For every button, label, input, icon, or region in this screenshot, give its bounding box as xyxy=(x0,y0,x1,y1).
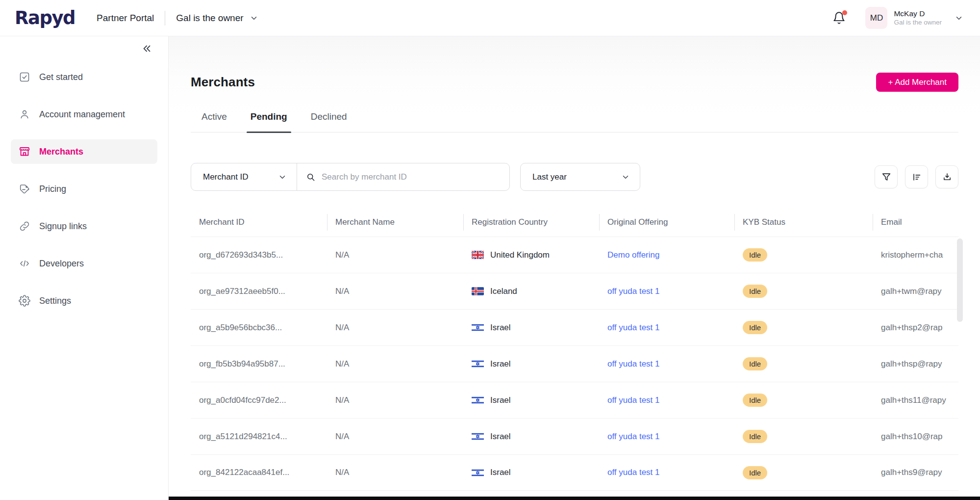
owner-selector[interactable]: Gal is the owner xyxy=(176,13,258,24)
sidebar-item-settings[interactable]: Settings xyxy=(11,289,157,313)
cell-merchant-name: N/A xyxy=(327,359,463,369)
user-menu-chevron-icon[interactable] xyxy=(955,14,963,23)
rapyd-logo: Rapyd xyxy=(15,7,75,28)
user-icon xyxy=(19,108,30,120)
offering-link[interactable]: off yuda test 1 xyxy=(607,359,659,368)
sidebar-item-account-management[interactable]: Account management xyxy=(11,102,157,127)
flag-il-icon xyxy=(472,469,484,477)
cell-original-offering: off yuda test 1 xyxy=(599,323,734,333)
sidebar-item-developers[interactable]: Developers xyxy=(11,251,157,276)
tabs: Active Pending Declined xyxy=(191,111,958,132)
table-row[interactable]: org_ae97312aeeb5f0... N/A Iceland off yu… xyxy=(191,273,958,309)
offering-link[interactable]: off yuda test 1 xyxy=(607,432,659,441)
download-button[interactable] xyxy=(935,165,958,188)
column-header-merchant-name: Merchant Name xyxy=(327,217,463,227)
chevron-down-icon xyxy=(278,173,287,182)
table-header: Merchant ID Merchant Name Registration C… xyxy=(191,208,958,237)
cell-email: galh+thsp@rapy xyxy=(873,359,958,369)
kyb-status-badge: Idle xyxy=(743,321,767,334)
date-range-label: Last year xyxy=(532,172,567,182)
cell-merchant-name: N/A xyxy=(327,287,463,296)
tab-active[interactable]: Active xyxy=(201,111,228,132)
date-range-select[interactable]: Last year xyxy=(520,163,640,191)
cell-registration-country: Israel xyxy=(463,323,599,333)
search-input[interactable] xyxy=(322,172,501,182)
gear-icon xyxy=(19,295,30,307)
cell-merchant-name: N/A xyxy=(327,468,463,477)
table-row[interactable]: org_a5121d294821c4... N/A Israel off yud… xyxy=(191,418,958,454)
cell-merchant-id: org_ae97312aeeb5f0... xyxy=(191,287,327,296)
cell-email: galh+twm@rapy xyxy=(873,287,958,296)
cell-email: galh+ths10@rap xyxy=(873,432,958,442)
link-icon xyxy=(19,220,30,232)
user-name: McKay D xyxy=(894,9,942,18)
cell-original-offering: off yuda test 1 xyxy=(599,359,734,369)
tab-declined[interactable]: Declined xyxy=(310,111,348,132)
vertical-scrollbar-thumb[interactable] xyxy=(957,238,963,322)
offering-link[interactable]: off yuda test 1 xyxy=(607,468,659,477)
sidebar: Get started Account management Merchants… xyxy=(0,36,169,500)
funnel-icon xyxy=(881,172,892,183)
column-header-email: Email xyxy=(873,217,958,227)
avatar[interactable]: MD xyxy=(865,7,887,29)
search-category-select[interactable]: Merchant ID xyxy=(191,163,297,190)
cell-kyb-status: Idle xyxy=(734,466,873,479)
sidebar-item-label: Developers xyxy=(39,259,84,269)
main-content: Merchants + Add Merchant Active Pending … xyxy=(169,36,980,500)
cell-registration-country: Israel xyxy=(463,359,599,369)
tag-icon xyxy=(19,183,30,195)
country-name: Israel xyxy=(490,432,511,442)
table-body: org_d672693d343b5... N/A United Kingdom … xyxy=(191,237,958,491)
cell-merchant-id: org_a0cfd04fcc97de2... xyxy=(191,395,327,405)
offering-link[interactable]: off yuda test 1 xyxy=(607,287,659,296)
table-row[interactable]: org_842122acaa841ef... N/A Israel off yu… xyxy=(191,454,958,491)
cell-original-offering: off yuda test 1 xyxy=(599,287,734,296)
column-header-kyb-status: KYB Status xyxy=(734,217,873,227)
country-name: Israel xyxy=(490,323,511,333)
column-header-merchant-id: Merchant ID xyxy=(191,217,327,227)
notifications-button[interactable] xyxy=(832,11,846,25)
cell-merchant-name: N/A xyxy=(327,395,463,405)
cell-merchant-name: N/A xyxy=(327,250,463,260)
sort-button[interactable] xyxy=(905,165,928,188)
cell-merchant-id: org_a5b9e56bcbc36... xyxy=(191,323,327,333)
table-row[interactable]: org_a5b9e56bcbc36... N/A Israel off yuda… xyxy=(191,309,958,345)
search-icon xyxy=(306,172,316,182)
page-title: Merchants xyxy=(191,75,255,90)
cell-registration-country: Israel xyxy=(463,468,599,477)
sidebar-collapse-button[interactable] xyxy=(142,43,152,54)
table-row[interactable]: org_d672693d343b5... N/A United Kingdom … xyxy=(191,237,958,273)
double-chevron-left-icon xyxy=(142,43,152,54)
cell-original-offering: off yuda test 1 xyxy=(599,432,734,442)
sidebar-item-label: Merchants xyxy=(39,147,83,157)
table-row[interactable]: org_a0cfd04fcc97de2... N/A Israel off yu… xyxy=(191,382,958,418)
cell-merchant-name: N/A xyxy=(327,323,463,333)
cell-email: galh+thsp2@rap xyxy=(873,323,958,333)
sidebar-nav: Get started Account management Merchants… xyxy=(0,65,168,313)
country-name: Iceland xyxy=(490,287,517,296)
tab-pending[interactable]: Pending xyxy=(250,111,288,132)
cell-kyb-status: Idle xyxy=(734,248,873,262)
offering-link[interactable]: off yuda test 1 xyxy=(607,323,659,332)
filter-button[interactable] xyxy=(875,165,898,188)
sidebar-item-get-started[interactable]: Get started xyxy=(11,65,157,89)
kyb-status-badge: Idle xyxy=(743,357,767,370)
cell-merchant-name: N/A xyxy=(327,432,463,442)
cell-email: galh+ths11@rapy xyxy=(873,395,958,405)
flag-gb-icon xyxy=(472,251,484,259)
sidebar-item-pricing[interactable]: Pricing xyxy=(11,177,157,201)
add-merchant-button[interactable]: + Add Merchant xyxy=(876,73,958,92)
sidebar-item-merchants[interactable]: Merchants xyxy=(11,139,157,164)
flag-il-icon xyxy=(472,323,484,332)
cell-original-offering: off yuda test 1 xyxy=(599,468,734,477)
table-row[interactable]: org_fb5b3b94a95b87... N/A Israel off yud… xyxy=(191,345,958,382)
cell-merchant-id: org_d672693d343b5... xyxy=(191,250,327,260)
offering-link[interactable]: Demo offering xyxy=(607,250,659,260)
column-header-original-offering: Original Offering xyxy=(599,217,734,227)
kyb-status-badge: Idle xyxy=(743,248,767,262)
store-icon xyxy=(19,146,30,158)
sidebar-item-signup-links[interactable]: Signup links xyxy=(11,214,157,238)
cell-merchant-id: org_fb5b3b94a95b87... xyxy=(191,359,327,369)
offering-link[interactable]: off yuda test 1 xyxy=(607,395,659,405)
kyb-status-badge: Idle xyxy=(743,394,767,407)
